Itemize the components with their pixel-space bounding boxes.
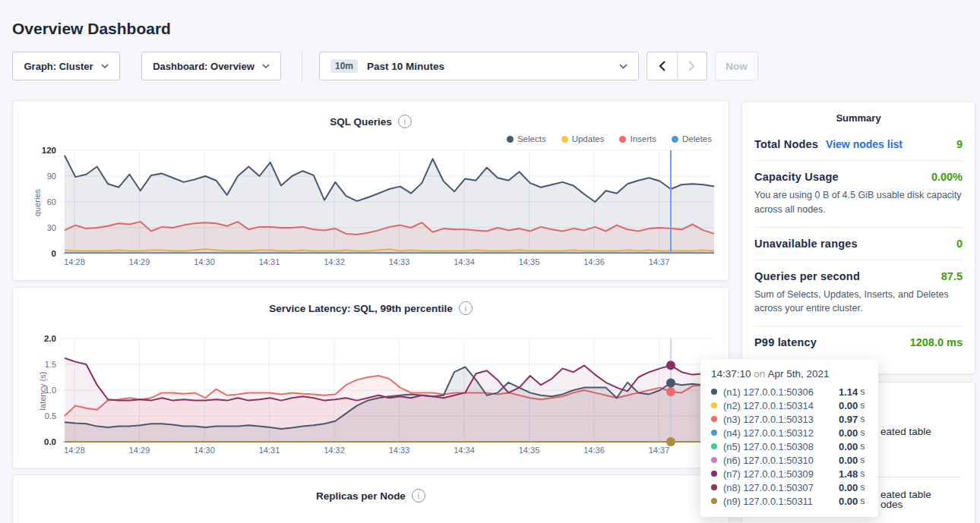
node-latency-unit: s — [860, 400, 865, 411]
page-title: Overview Dashboard — [12, 20, 171, 38]
node-color-dot — [711, 498, 717, 504]
node-latency-unit: s — [860, 414, 865, 424]
node-color-dot — [711, 471, 717, 477]
unavailable-ranges-value: 0 — [956, 238, 963, 250]
node-latency-unit: s — [860, 468, 865, 479]
svg-text:14:28: 14:28 — [64, 257, 85, 266]
legend-color-dot — [672, 136, 678, 143]
node-latency-value: 0.00 — [839, 496, 858, 507]
qps-label: Queries per second — [754, 270, 860, 282]
time-pager — [646, 52, 707, 80]
node-latency-unit: s — [860, 455, 865, 465]
total-nodes-value: 9 — [956, 138, 963, 150]
node-color-dot — [711, 430, 717, 436]
node-color-dot — [711, 389, 717, 395]
total-nodes-label: Total Nodes — [754, 138, 818, 150]
chevron-down-icon — [619, 64, 628, 69]
dashboard-dropdown[interactable]: Dashboard: Overview — [141, 52, 281, 80]
time-prev-button[interactable] — [647, 52, 677, 80]
now-button[interactable]: Now — [715, 52, 758, 80]
node-latency-value: 0.97 — [839, 414, 858, 425]
node-address: (n9) 127.0.0.1:50311 — [723, 496, 839, 507]
chevron-right-icon — [688, 61, 695, 71]
sql-queries-title: SQL Queries — [330, 116, 392, 128]
svg-text:14:32: 14:32 — [324, 446, 345, 455]
time-range-badge: 10m — [330, 59, 358, 73]
time-range-selector[interactable]: 10m Past 10 Minutes — [319, 52, 639, 80]
legend-item-deletes: Deletes — [672, 134, 712, 143]
tooltip-node-row: (n5) 127.0.0.1:503080.00s — [711, 440, 868, 453]
chevron-down-icon — [262, 64, 270, 68]
node-address: (n8) 127.0.0.1:50307 — [723, 482, 839, 493]
node-latency-unit: s — [860, 482, 865, 493]
latency-card: Service Latency: SQL, 99th percentile i … — [12, 287, 729, 468]
svg-text:90: 90 — [47, 172, 56, 181]
node-latency-value: 0.00 — [839, 441, 858, 452]
graph-dropdown[interactable]: Graph: Cluster — [12, 52, 120, 80]
node-latency-value: 0.00 — [839, 427, 858, 439]
legend-color-dot — [619, 136, 626, 143]
chart-hover-tooltip: 14:37:10 on Apr 5th, 2021 (n1) 127.0.0.1… — [700, 359, 878, 517]
replicas-card: Replicas per Node i — [12, 474, 729, 523]
p99-latency-label: P99 latency — [754, 336, 817, 348]
latency-title: Service Latency: SQL, 99th percentile — [269, 303, 453, 314]
summary-row-capacity: Capacity Usage 0.00% You are using 0 B o… — [754, 161, 963, 228]
node-address: (n4) 127.0.0.1:50312 — [723, 427, 839, 439]
time-range-label: Past 10 Minutes — [367, 61, 444, 72]
node-latency-value: 1.48 — [839, 468, 858, 480]
event-text-fragment: odes — [880, 499, 903, 510]
tooltip-node-row: (n3) 127.0.0.1:503130.97s — [711, 412, 868, 426]
svg-text:14:35: 14:35 — [519, 446, 540, 455]
legend-item-updates: Updates — [561, 134, 605, 143]
node-address: (n2) 127.0.0.1:50314 — [723, 400, 839, 411]
node-latency-unit: s — [860, 427, 865, 438]
legend-item-inserts: Inserts — [619, 134, 656, 143]
p99-latency-value: 1208.0 ms — [910, 336, 963, 348]
svg-text:14:36: 14:36 — [583, 446, 605, 455]
svg-text:14:28: 14:28 — [64, 446, 85, 455]
node-latency-unit: s — [860, 441, 865, 452]
svg-text:14:37: 14:37 — [649, 446, 670, 455]
svg-text:14:34: 14:34 — [454, 257, 475, 266]
tooltip-node-row: (n7) 127.0.0.1:503091.48s — [711, 467, 868, 480]
node-latency-value: 1.14 — [839, 386, 858, 398]
dashboard-dropdown-label: Dashboard: Overview — [153, 61, 254, 72]
node-latency-unit: s — [860, 386, 865, 397]
info-icon[interactable]: i — [459, 301, 473, 315]
svg-text:14:30: 14:30 — [194, 446, 215, 455]
svg-text:0.0: 0.0 — [44, 437, 56, 446]
replicas-title: Replicas per Node — [316, 490, 406, 502]
legend-label: Inserts — [630, 134, 656, 143]
latency-chart[interactable]: 14:2814:2914:3014:3114:3214:3314:3414:35… — [13, 333, 730, 462]
qps-desc: Sum of Selects, Updates, Inserts, and De… — [754, 288, 963, 317]
tooltip-node-row: (n4) 127.0.0.1:503120.00s — [711, 426, 868, 440]
svg-text:14:30: 14:30 — [194, 257, 215, 266]
node-color-dot — [711, 457, 717, 463]
tooltip-timestamp: 14:37:10 on Apr 5th, 2021 — [711, 368, 868, 380]
legend-color-dot — [561, 136, 568, 143]
tooltip-node-row: (n8) 127.0.0.1:503070.00s — [711, 480, 868, 494]
svg-text:14:29: 14:29 — [129, 446, 150, 455]
latency-y-axis-title: latency (s) — [38, 372, 47, 411]
sql-queries-card: SQL Queries i SelectsUpdatesInsertsDelet… — [12, 100, 729, 281]
view-nodes-list-link[interactable]: View nodes list — [826, 138, 903, 150]
tooltip-node-row: (n6) 127.0.0.1:503100.00s — [711, 453, 868, 467]
legend-color-dot — [507, 136, 514, 143]
svg-text:1.5: 1.5 — [45, 360, 56, 369]
legend-label: Deletes — [682, 134, 712, 143]
info-icon[interactable]: i — [412, 489, 425, 503]
sql-queries-chart[interactable]: 14:2814:2914:3014:3114:3214:3314:3414:35… — [13, 145, 730, 274]
sql-y-axis-title: queries — [33, 189, 42, 216]
info-icon[interactable]: i — [398, 115, 412, 128]
svg-text:0.5: 0.5 — [45, 411, 56, 421]
summary-panel: Summary Total Nodes View nodes list 9 Ca… — [741, 101, 975, 374]
capacity-usage-value: 0.00% — [931, 171, 963, 183]
time-next-button[interactable] — [677, 52, 707, 80]
controls-divider — [302, 50, 302, 82]
svg-text:14:29: 14:29 — [129, 257, 150, 266]
node-address: (n6) 127.0.0.1:50310 — [723, 455, 839, 466]
node-address: (n3) 127.0.0.1:50313 — [723, 414, 839, 425]
svg-text:0: 0 — [52, 249, 56, 258]
legend-label: Updates — [572, 134, 605, 143]
summary-title: Summary — [754, 112, 963, 124]
